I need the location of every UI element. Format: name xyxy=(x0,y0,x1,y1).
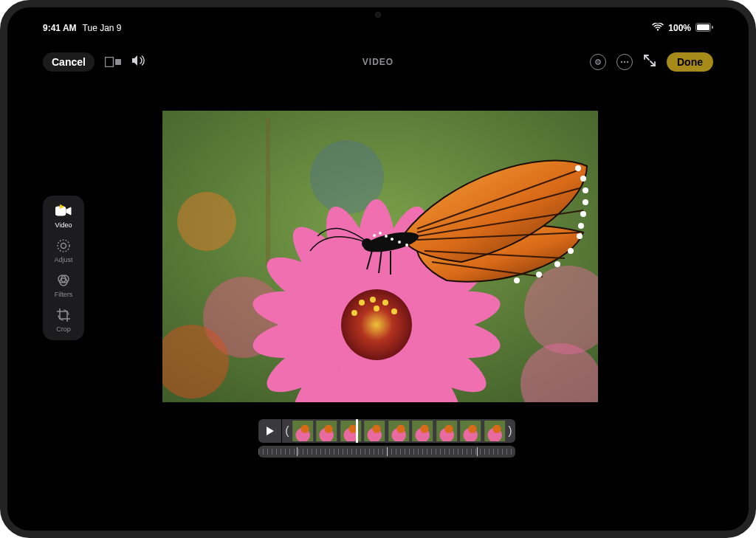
svg-point-49 xyxy=(398,241,401,244)
trim-start-handle[interactable]: ( xyxy=(284,421,291,441)
svg-rect-24 xyxy=(266,118,270,266)
svg-point-33 xyxy=(575,165,581,171)
svg-point-72 xyxy=(444,425,453,433)
done-button[interactable]: Done xyxy=(667,52,713,72)
sidebar-item-filters[interactable]: Filters xyxy=(55,272,73,298)
live-photo-button[interactable] xyxy=(590,54,606,70)
sidebar-item-label: Crop xyxy=(56,325,71,333)
svg-point-30 xyxy=(391,308,397,314)
svg-point-66 xyxy=(396,425,405,433)
svg-point-54 xyxy=(300,425,309,433)
svg-rect-3 xyxy=(105,58,113,67)
trim-track[interactable]: ( ) xyxy=(282,419,515,443)
volume-button[interactable] xyxy=(131,55,146,69)
sidebar-item-video[interactable]: ▶ Video xyxy=(55,203,72,229)
svg-point-69 xyxy=(421,425,429,433)
status-bar: 9:41 AM Tue Jan 9 100% xyxy=(7,21,749,35)
svg-rect-4 xyxy=(115,59,121,65)
svg-point-46 xyxy=(379,232,382,235)
status-time: 9:41 AM xyxy=(43,23,77,33)
svg-point-35 xyxy=(583,187,588,193)
sidebar-item-label: Video xyxy=(55,221,72,229)
playhead[interactable] xyxy=(356,419,358,443)
crop-icon xyxy=(55,307,72,323)
svg-point-8 xyxy=(624,61,625,63)
active-marker-icon: ▶ xyxy=(60,203,64,210)
battery-icon xyxy=(695,23,713,34)
svg-rect-1 xyxy=(697,24,709,30)
sidebar-item-crop[interactable]: Crop xyxy=(55,307,72,333)
timeline-thumbnails xyxy=(291,421,506,441)
svg-point-47 xyxy=(385,235,388,238)
svg-point-38 xyxy=(578,223,584,229)
camera-dot xyxy=(375,12,381,18)
svg-point-34 xyxy=(580,176,586,182)
svg-point-63 xyxy=(373,425,381,433)
svg-point-29 xyxy=(382,300,388,306)
video-preview[interactable] xyxy=(162,111,598,402)
svg-point-41 xyxy=(554,261,560,267)
svg-point-17 xyxy=(177,192,236,251)
svg-point-40 xyxy=(568,248,574,254)
adjust-icon xyxy=(55,238,72,254)
svg-point-11 xyxy=(58,240,69,252)
svg-point-78 xyxy=(492,425,501,433)
svg-point-75 xyxy=(468,425,476,433)
status-battery-percent: 100% xyxy=(668,23,691,33)
svg-point-57 xyxy=(325,425,333,433)
wifi-icon xyxy=(652,23,664,34)
svg-point-12 xyxy=(61,244,66,249)
sidebar-item-label: Filters xyxy=(55,291,73,298)
svg-point-28 xyxy=(370,297,376,303)
svg-point-6 xyxy=(597,61,599,63)
sidebar-item-adjust[interactable]: Adjust xyxy=(54,238,72,263)
ipad-frame: 9:41 AM Tue Jan 9 100% Cancel VIDEO xyxy=(0,0,756,538)
svg-point-48 xyxy=(391,238,394,241)
more-button[interactable] xyxy=(616,54,633,70)
svg-point-45 xyxy=(373,234,376,237)
aspect-ratio-toggle[interactable] xyxy=(105,57,121,67)
timeline-ruler[interactable] xyxy=(258,446,515,458)
svg-point-51 xyxy=(362,238,372,249)
play-button[interactable] xyxy=(258,419,282,443)
svg-point-39 xyxy=(577,233,583,239)
svg-point-36 xyxy=(583,199,588,205)
svg-point-9 xyxy=(627,61,628,63)
svg-point-50 xyxy=(405,244,408,246)
sidebar-item-label: Adjust xyxy=(54,256,72,263)
svg-point-32 xyxy=(374,306,379,311)
svg-point-27 xyxy=(359,300,365,306)
editor-toolbar: Cancel VIDEO Done xyxy=(7,47,749,77)
svg-point-7 xyxy=(621,61,622,63)
fullscreen-button[interactable] xyxy=(643,54,656,70)
status-date: Tue Jan 9 xyxy=(83,23,122,33)
edit-mode-sidebar: ▶ Video Adjust Filters Crop xyxy=(43,196,84,340)
svg-point-43 xyxy=(514,277,520,283)
svg-point-42 xyxy=(536,272,542,277)
svg-rect-2 xyxy=(712,26,713,29)
video-timeline: ( ) xyxy=(258,419,515,458)
svg-point-37 xyxy=(580,211,586,217)
svg-point-26 xyxy=(341,289,412,360)
svg-point-31 xyxy=(351,310,357,316)
filters-icon xyxy=(55,272,72,289)
mode-title: VIDEO xyxy=(362,57,394,67)
cancel-button[interactable]: Cancel xyxy=(43,52,94,72)
trim-end-handle[interactable]: ) xyxy=(506,421,514,441)
